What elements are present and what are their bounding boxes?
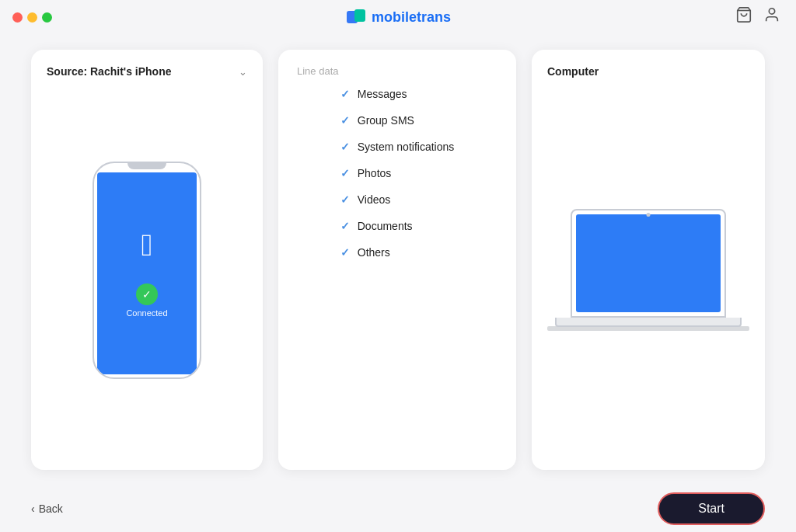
item-label: Group SMS: [358, 114, 414, 127]
item-label: Messages: [358, 88, 407, 100]
svg-point-3: [769, 9, 774, 14]
user-icon[interactable]: [763, 6, 780, 27]
item-label: Documents: [358, 220, 413, 232]
connected-label: Connected: [126, 308, 167, 318]
check-icon: ✓: [340, 114, 350, 127]
item-label: Others: [358, 246, 390, 259]
logo: mobiletrans: [345, 6, 451, 28]
check-icon: ✓: [340, 167, 350, 179]
svg-rect-1: [354, 9, 365, 22]
item-label: Photos: [358, 167, 392, 179]
check-icon: ✓: [340, 193, 350, 206]
item-label: Videos: [358, 193, 391, 206]
start-label: Start: [698, 502, 724, 515]
phone-screen:  ✓ Connected: [97, 172, 197, 374]
back-chevron-icon: ‹: [31, 502, 35, 515]
logo-icon: [345, 6, 367, 28]
back-label: Back: [39, 502, 63, 515]
list-item[interactable]: ✓ Videos: [340, 193, 455, 206]
list-item[interactable]: ✓ Others: [340, 246, 455, 259]
apple-logo-icon: : [141, 229, 153, 260]
header: mobiletrans: [0, 0, 796, 34]
laptop-screen-inner: [576, 214, 721, 312]
item-label: System notifications: [358, 141, 455, 153]
laptop-wrapper: [547, 85, 749, 454]
source-panel-header: Source: Rachit's iPhone ⌄: [47, 65, 247, 78]
phone-wrapper:  ✓ Connected: [47, 85, 247, 454]
phone-notch: [127, 163, 166, 169]
destination-panel-header: Computer: [547, 65, 749, 78]
chevron-down-icon[interactable]: ⌄: [239, 66, 247, 78]
linedata-header: Line data: [297, 65, 498, 88]
list-item[interactable]: ✓ Photos: [340, 167, 455, 179]
checklist: ✓ Messages ✓ Group SMS ✓ System notifica…: [340, 88, 455, 259]
list-item[interactable]: ✓ Messages: [340, 88, 455, 100]
laptop-screen: [571, 209, 726, 318]
destination-panel: Computer: [532, 50, 765, 470]
list-item[interactable]: ✓ Documents: [340, 220, 455, 232]
start-button[interactable]: Start: [658, 492, 765, 525]
list-item[interactable]: ✓ Group SMS: [340, 114, 455, 127]
connected-check-icon: ✓: [136, 283, 158, 305]
list-item[interactable]: ✓ System notifications: [340, 141, 455, 153]
check-icon: ✓: [340, 141, 350, 153]
check-icon: ✓: [340, 220, 350, 232]
source-panel: Source: Rachit's iPhone ⌄  ✓ Connected: [31, 50, 263, 470]
destination-title: Computer: [547, 65, 599, 78]
header-actions: [735, 6, 780, 27]
linedata-panel: Line data ✓ Messages ✓ Group SMS ✓ Syste…: [278, 50, 516, 470]
source-title: Source: Rachit's iPhone: [47, 65, 171, 78]
cart-icon[interactable]: [735, 6, 752, 27]
logo-text: mobiletrans: [372, 9, 451, 26]
main-content: Source: Rachit's iPhone ⌄  ✓ Connected …: [0, 34, 796, 485]
laptop-camera: [647, 213, 651, 217]
check-icon: ✓: [340, 88, 350, 100]
connected-badge: ✓ Connected: [126, 283, 167, 318]
laptop-base: [555, 318, 742, 327]
back-button[interactable]: ‹ Back: [31, 502, 63, 515]
check-icon: ✓: [340, 246, 350, 259]
phone-illustration:  ✓ Connected: [93, 162, 201, 379]
footer: ‹ Back Start: [0, 485, 796, 532]
laptop-illustration: [547, 209, 749, 331]
linedata-title: Line data: [297, 65, 498, 77]
